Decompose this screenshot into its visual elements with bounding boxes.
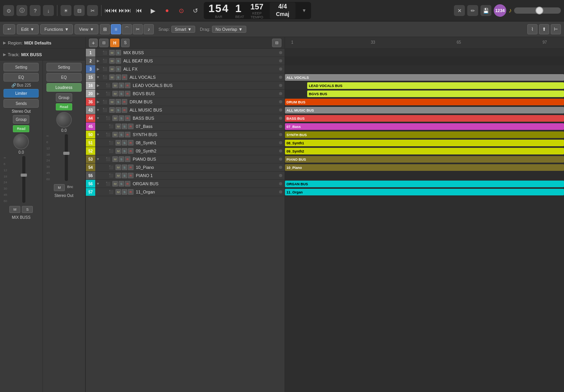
master-volume[interactable] [514, 7, 561, 14]
solo-44[interactable]: S [119, 115, 124, 121]
track-row-36[interactable]: 36 ▶ ⬛ M S R DRUM BUS [86, 98, 285, 106]
capture-button[interactable]: ⊙ [175, 5, 187, 16]
region-all-music-bus[interactable]: ALL MUSIC BUS [285, 107, 564, 114]
play-button[interactable]: ▶ [147, 5, 159, 16]
setting-btn-1[interactable]: Setting [4, 63, 39, 71]
midi-tool-button[interactable]: ♪ [144, 24, 154, 34]
track-row-50[interactable]: 50 ▼ ⬛ M S R SYNTH BUS [86, 131, 285, 139]
solo-15[interactable]: S [116, 74, 121, 80]
region-09_synth2[interactable]: 09_Synth2 [285, 148, 564, 154]
metronome-button[interactable]: ☀ [60, 5, 71, 16]
record-button[interactable]: ● [161, 5, 173, 16]
h-button[interactable]: H [110, 39, 119, 47]
record-45[interactable]: R [128, 124, 133, 129]
track-config-button[interactable]: ⊟ [272, 39, 281, 47]
region-synth-bus[interactable]: SYNTH BUS [285, 131, 564, 138]
solo-btn-1[interactable]: S [22, 206, 33, 213]
grid-view-button[interactable]: ⊞ [100, 24, 110, 34]
record-56[interactable]: R [125, 181, 130, 186]
setting-btn-2[interactable]: Setting [46, 63, 82, 71]
functions-menu[interactable]: Functions ▼ [40, 24, 73, 34]
record-57[interactable]: R [128, 189, 133, 195]
undo-button[interactable]: ↩ [3, 24, 15, 34]
mute-44[interactable]: M [112, 115, 118, 121]
solo-51[interactable]: S [122, 140, 127, 145]
track-row-15[interactable]: 15 ▼ ⬛ M S R ALL VOCALS [86, 73, 285, 82]
record-43[interactable]: R [122, 107, 127, 113]
record-53[interactable]: R [125, 156, 130, 162]
record-44[interactable]: R [125, 115, 130, 121]
sends-btn-1[interactable]: Sends [4, 99, 39, 108]
region-organ-bus[interactable]: ORGAN BUS [285, 181, 564, 187]
track-row-56[interactable]: 56 ▼ ⬛ M S R ORGAN BUS [86, 180, 285, 188]
region-arrow[interactable]: ▶ [3, 41, 6, 45]
solo-3[interactable]: S [116, 66, 121, 72]
track-row-16[interactable]: 16 ▶ ⬛ M S R LEAD VOCALS BUS [86, 82, 285, 90]
fader-handle-1[interactable] [21, 174, 27, 177]
record-20[interactable]: R [125, 91, 130, 96]
close-button[interactable]: ✕ [454, 5, 465, 16]
mute-51[interactable]: M [116, 140, 121, 145]
mute-1[interactable]: M [109, 50, 115, 55]
track-options-button[interactable]: ⊟ [99, 39, 109, 47]
mute-55[interactable]: M [116, 173, 121, 178]
plugin-btn-1[interactable]: Limiter [4, 89, 39, 98]
s-button[interactable]: S [121, 39, 130, 47]
mute-36[interactable]: M [109, 99, 115, 105]
time-sig-section[interactable]: 4/4 Cmaj [270, 2, 295, 19]
mute-3[interactable]: M [109, 66, 115, 72]
volume-knob-1[interactable] [13, 134, 29, 149]
mute-45[interactable]: M [116, 124, 121, 129]
track-row-55[interactable]: 55 ⬛ M S R PIANO 1 [86, 172, 285, 180]
region-drum-bus[interactable]: DRUM BUS [285, 99, 564, 105]
solo-57[interactable]: S [122, 189, 127, 195]
help-button[interactable]: ? [30, 5, 41, 16]
solo-54[interactable]: S [122, 165, 127, 170]
solo-45[interactable]: S [122, 124, 127, 129]
record-36[interactable]: R [122, 99, 127, 105]
mixer-button[interactable]: ⊟ [74, 5, 85, 16]
track-row-20[interactable]: 20 ▶ ⬛ M S R BGVS BUS [86, 90, 285, 98]
plugin-btn-2[interactable]: Loudness [46, 83, 82, 92]
edit-menu[interactable]: Edit ▼ [17, 24, 39, 34]
mute-16[interactable]: M [112, 83, 118, 88]
read-btn-1[interactable]: Read [13, 125, 29, 132]
ffwd-button[interactable]: ⏭⏭ [119, 5, 131, 16]
list-view-button[interactable]: ≡ [111, 24, 121, 34]
save-button[interactable]: 💾 [480, 5, 491, 16]
record-16[interactable]: R [125, 83, 130, 88]
record-50[interactable]: R [125, 132, 130, 137]
snap-value[interactable]: Smart ▼ [171, 26, 195, 33]
solo-52[interactable]: S [122, 148, 127, 154]
avatar-button[interactable]: 1234 [494, 4, 506, 17]
mute-57[interactable]: M [116, 189, 121, 195]
region-07_bass[interactable]: 07_Bass [285, 123, 564, 130]
region-10_piano[interactable]: 10_Piano [285, 164, 564, 171]
volume-knob-2[interactable] [56, 112, 72, 128]
track-row-1[interactable]: 1 ⬛ M S MIX BUSS [86, 49, 285, 57]
mute-2[interactable]: M [109, 58, 115, 64]
region-11_organ[interactable]: 11_Organ [285, 189, 564, 195]
trim-tool-button[interactable]: ✂ [133, 24, 143, 34]
track-row-52[interactable]: 52 ⬛ M S R 09_Synth2 [86, 147, 285, 155]
region-bgvs-bus[interactable]: BGVS BUS [307, 90, 564, 97]
track-row-3[interactable]: 3 ▶ ⬛ M S ALL FX [86, 65, 285, 73]
info-button[interactable]: ⓘ [16, 5, 27, 16]
solo-2[interactable]: S [116, 58, 121, 64]
track-row-54[interactable]: 54 ⬛ M S R 10_Piano [86, 163, 285, 172]
solo-20[interactable]: S [119, 91, 124, 96]
mute-20[interactable]: M [112, 91, 118, 96]
record-52[interactable]: R [128, 148, 133, 154]
zoom-tool[interactable]: ⊢ [551, 24, 561, 34]
view-menu[interactable]: View ▼ [75, 24, 98, 34]
track-row-57[interactable]: 57 ⬛ M S R 11_Organ [86, 188, 285, 196]
read-btn-2[interactable]: Read [56, 103, 72, 110]
record-15[interactable]: R [122, 74, 127, 80]
mute-54[interactable]: M [116, 165, 121, 170]
curve-tool-button[interactable]: ⌒ [122, 24, 132, 34]
record-54[interactable]: R [128, 165, 133, 170]
track-row-45[interactable]: 45 ⬛ M S R 07_Bass [86, 122, 285, 131]
region-bass-bus[interactable]: BASS BUS [285, 115, 564, 122]
mute-50[interactable]: M [112, 132, 118, 137]
region-piano-bus[interactable]: PIANO BUS [285, 156, 564, 163]
